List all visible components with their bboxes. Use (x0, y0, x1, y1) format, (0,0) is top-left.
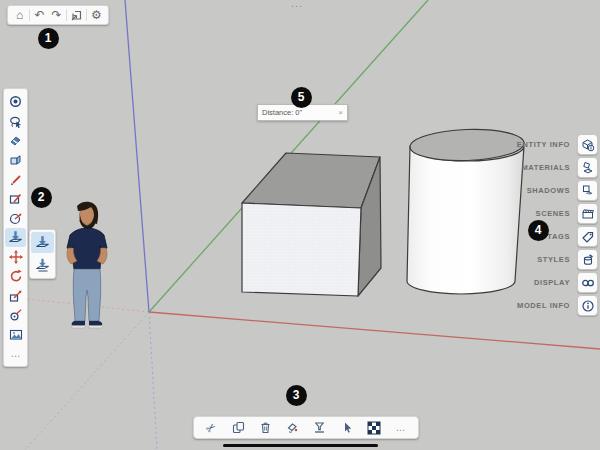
push-pull-tool-button[interactable] (5, 228, 26, 247)
panel-row-shadows: SHADOWS (517, 180, 598, 201)
bottom-context-toolbar: ✂ (193, 416, 419, 439)
callout-badge-4: 4 (528, 220, 549, 241)
eraser-tool-button[interactable] (5, 131, 26, 150)
measurement-value: Distance: 0" (262, 108, 302, 117)
entity-info-button[interactable] (577, 134, 598, 155)
flyout-push-pull-button[interactable] (31, 232, 54, 253)
cut-icon: ✂ (204, 420, 219, 436)
lasso-tool-button[interactable] (5, 111, 26, 130)
materials-button[interactable] (577, 157, 598, 178)
settings-button[interactable]: ⚙ (88, 7, 105, 23)
box-top-face[interactable] (242, 153, 380, 208)
shadows-label: SHADOWS (527, 186, 570, 195)
paint-button[interactable] (284, 419, 302, 437)
blue-axis (125, 0, 149, 312)
shapes-tool-icon (9, 192, 22, 205)
lasso-tool-icon (9, 115, 22, 128)
callout-badge-5: 5 (291, 87, 312, 108)
person-jeans (73, 269, 101, 321)
box-object[interactable] (242, 153, 381, 296)
arc-tool-icon (9, 212, 22, 225)
pattern-button[interactable] (365, 419, 383, 437)
export-button[interactable] (68, 7, 85, 23)
more-tools-icon: … (11, 349, 21, 359)
move-tool-button[interactable] (5, 247, 26, 266)
box-front-face[interactable] (242, 203, 361, 296)
image-tool-button[interactable] (5, 325, 26, 344)
tags-label: TAGS (547, 232, 570, 241)
modeling-viewport[interactable] (0, 0, 600, 450)
callout-badge-2: 2 (31, 187, 52, 208)
person-figure[interactable] (67, 202, 107, 328)
checker-pattern-icon (367, 421, 381, 435)
callout-badge-3: 3 (286, 385, 307, 406)
more-tools-button[interactable]: … (5, 344, 26, 363)
delete-button[interactable] (257, 419, 275, 437)
select-tool-icon (9, 95, 22, 108)
scenes-icon (581, 207, 595, 221)
rotate-tool-icon (9, 269, 23, 283)
home-button[interactable]: ⌂ (11, 7, 28, 23)
entity-info-icon (581, 138, 595, 152)
scenes-label: SCENES (536, 209, 570, 218)
panel-row-styles: STYLES (517, 249, 598, 270)
red-axis (149, 312, 600, 349)
eraser-tool-icon (9, 134, 22, 147)
styles-button[interactable] (577, 249, 598, 270)
close-icon[interactable]: × (338, 109, 343, 117)
push-pull-tool-icon (35, 235, 50, 250)
select-cursor-button[interactable] (338, 419, 356, 437)
panel-row-entity-info: ENTITY INFO (517, 134, 598, 155)
top-toolbar: ⌂ ↶ ↷ ⚙ (7, 5, 109, 25)
toolbar-separator (66, 9, 67, 21)
callout-badge-1: 1 (38, 28, 59, 49)
hourglass-button[interactable] (311, 419, 329, 437)
rotate-tool-button[interactable] (5, 267, 26, 286)
shapes-tool-button[interactable] (5, 189, 26, 208)
scale-tool-icon (9, 289, 22, 302)
cut-button[interactable]: ✂ (203, 419, 221, 437)
gear-icon: ⚙ (91, 9, 102, 21)
sketchup-window: ⌂ ↶ ↷ ⚙ ... (0, 0, 600, 450)
cylinder-body[interactable] (407, 146, 524, 294)
arc-tool-button[interactable] (5, 208, 26, 227)
panel-row-display: DISPLAY (517, 272, 598, 293)
redo-button[interactable]: ↷ (48, 7, 65, 23)
display-button[interactable] (577, 272, 598, 293)
line-tool-button[interactable] (5, 170, 26, 189)
paint-tool-button[interactable] (5, 150, 26, 169)
styles-icon (581, 253, 595, 267)
left-tool-palette: … (3, 88, 28, 367)
copy-button[interactable] (230, 419, 248, 437)
scenes-button[interactable] (577, 203, 598, 224)
export-icon (71, 9, 83, 21)
drag-handle[interactable] (223, 444, 378, 447)
shadows-icon (581, 184, 595, 198)
viewport-overflow-ellipsis[interactable]: ... (291, 0, 303, 9)
tags-button[interactable] (577, 226, 598, 247)
panel-row-scenes: SCENES (517, 203, 598, 224)
scale-tool-button[interactable] (5, 286, 26, 305)
offset-push-pull-tool-icon (35, 258, 50, 273)
panel-row-model-info: MODEL INFO (517, 295, 598, 316)
more-actions-button[interactable]: … (392, 419, 410, 437)
toolbar-separator (86, 9, 87, 21)
flyout-offset-push-pull-button[interactable] (31, 255, 54, 276)
paint-flip-icon (286, 421, 299, 434)
more-actions-icon: … (396, 423, 406, 433)
redo-icon: ↷ (51, 9, 61, 21)
person-left-sole (72, 326, 86, 329)
undo-button[interactable]: ↶ (31, 7, 48, 23)
model-info-button[interactable] (577, 295, 598, 316)
tape-measure-tool-icon (9, 308, 22, 321)
paint-tool-icon (9, 153, 22, 166)
select-tool-button[interactable] (5, 92, 26, 111)
person-right-sole (89, 326, 103, 329)
model-info-label: MODEL INFO (517, 301, 570, 310)
tape-measure-tool-button[interactable] (5, 305, 26, 324)
display-glasses-icon (581, 276, 595, 290)
line-tool-icon (9, 173, 22, 186)
blue-axis-negative (149, 312, 157, 450)
cylinder-object[interactable] (407, 128, 525, 294)
shadows-button[interactable] (577, 180, 598, 201)
